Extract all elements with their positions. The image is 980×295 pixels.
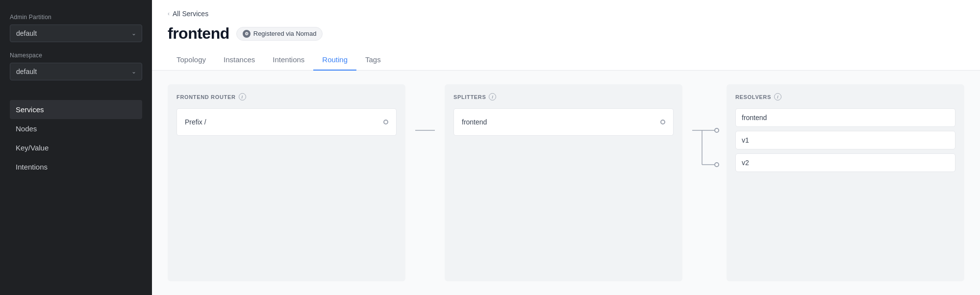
splitters-frontend-label: frontend: [462, 118, 660, 126]
resolvers-card-title: RESOLVERS: [735, 94, 771, 100]
splitters-card: SPLITTERS i frontend: [445, 84, 682, 281]
router-info-icon[interactable]: i: [239, 93, 246, 100]
admin-partition-label: Admin Partition: [10, 14, 142, 21]
sidebar-item-services[interactable]: Services: [10, 100, 142, 119]
resolver-v2-label: v2: [742, 159, 749, 167]
namespace-select-wrapper: default ⌄: [10, 63, 142, 80]
sidebar-item-nodes[interactable]: Nodes: [10, 119, 142, 138]
service-title: frontend: [168, 25, 229, 43]
resolver-v1-label: v1: [742, 136, 749, 144]
tab-tags[interactable]: Tags: [356, 50, 390, 71]
breadcrumb-all-services-link[interactable]: All Services: [173, 10, 208, 18]
namespace-section: Namespace default ⌄: [10, 52, 142, 90]
namespace-select[interactable]: default: [10, 63, 142, 80]
sidebar-nav: Services Nodes Key/Value Intentions: [10, 100, 142, 176]
breadcrumb: ‹ All Services: [168, 10, 964, 18]
connector-svg-1: [415, 117, 435, 166]
admin-partition-section: Admin Partition default ⌄: [10, 14, 142, 52]
resolver-frontend-label: frontend: [742, 114, 767, 122]
routing-container: FRONTEND ROUTER i Prefix / SPLITTERS i: [168, 84, 964, 281]
resolvers-card-header: RESOLVERS i: [735, 93, 955, 100]
svg-point-5: [715, 128, 719, 132]
connector-svg-2: [692, 117, 717, 205]
router-card-header: FRONTEND ROUTER i: [176, 93, 397, 100]
service-title-row: frontend ⚙ Registered via Nomad: [168, 25, 964, 43]
splitters-card-title: SPLITTERS: [453, 94, 486, 100]
resolvers-card: RESOLVERS i frontend v1 v2: [727, 84, 964, 281]
router-row: Prefix /: [176, 108, 397, 136]
tabs: Topology Instances Intentions Routing Ta…: [168, 50, 964, 70]
tab-intentions[interactable]: Intentions: [264, 50, 313, 71]
namespace-label: Namespace: [10, 52, 142, 59]
router-connector-dot: [383, 120, 388, 124]
splitters-card-header: SPLITTERS i: [453, 93, 674, 100]
resolver-item-frontend: frontend: [735, 108, 955, 127]
sidebar-item-key-value[interactable]: Key/Value: [10, 138, 142, 157]
frontend-router-card: FRONTEND ROUTER i Prefix /: [168, 84, 405, 281]
tab-instances[interactable]: Instances: [215, 50, 264, 71]
sidebar: Admin Partition default ⌄ Namespace defa…: [0, 0, 152, 295]
resolver-item-v1: v1: [735, 131, 955, 149]
nomad-badge-label: Registered via Nomad: [253, 30, 317, 37]
resolver-item-v2: v2: [735, 153, 955, 172]
nomad-badge: ⚙ Registered via Nomad: [236, 27, 323, 41]
svg-point-6: [715, 163, 719, 167]
splitters-connector-dot: [660, 120, 665, 124]
admin-partition-select[interactable]: default: [10, 25, 142, 42]
splitters-row: frontend: [453, 108, 674, 136]
tab-topology[interactable]: Topology: [168, 50, 215, 71]
main-content: ‹ All Services frontend ⚙ Registered via…: [152, 0, 980, 295]
router-card-title: FRONTEND ROUTER: [176, 94, 236, 100]
resolvers-list: frontend v1 v2: [735, 108, 955, 172]
sidebar-item-intentions[interactable]: Intentions: [10, 157, 142, 176]
resolvers-info-icon[interactable]: i: [774, 93, 781, 100]
splitters-info-icon[interactable]: i: [489, 93, 496, 100]
nomad-icon: ⚙: [243, 30, 251, 38]
tab-routing[interactable]: Routing: [313, 50, 356, 71]
main-header: ‹ All Services frontend ⚙ Registered via…: [152, 0, 980, 71]
router-prefix-label: Prefix /: [185, 118, 383, 126]
breadcrumb-chevron-icon: ‹: [168, 10, 170, 17]
routing-view: FRONTEND ROUTER i Prefix / SPLITTERS i: [152, 71, 980, 295]
admin-partition-select-wrapper: default ⌄: [10, 25, 142, 42]
